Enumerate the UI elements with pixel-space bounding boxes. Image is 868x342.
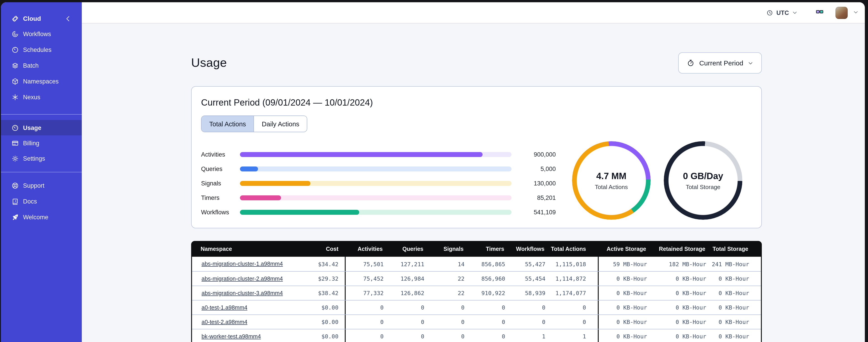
sidebar-item-support[interactable]: Support	[1, 178, 82, 194]
namespaces-icon	[11, 78, 19, 85]
bar-row-queries: Queries5,000	[201, 162, 558, 176]
table-cell: 126,984	[383, 275, 424, 282]
table-cell: 0	[505, 318, 546, 325]
table-row: a0-test-2.a98mm4$0.000000000 KB-Hour0 KB…	[192, 314, 761, 329]
table-cell: 0 KB-Hour	[706, 304, 763, 311]
bar-value: 130,000	[518, 180, 556, 186]
table-cell: 1	[505, 333, 546, 340]
chevron-down-icon	[792, 10, 798, 15]
screen: Cloud WorkflowsSchedulesBatchNamespacesN…	[0, 0, 868, 342]
sidebar-item-label: Settings	[23, 155, 45, 162]
user-menu-button[interactable]	[851, 7, 860, 19]
chevron-down-icon	[853, 8, 859, 17]
table-row: a0-test-1.a98mm4$0.000000000 KB-Hour0 KB…	[192, 300, 761, 314]
chevron-left-icon	[64, 15, 72, 22]
table-cell: 0	[546, 301, 599, 314]
namespace-link[interactable]: abs-migration-cluster-3.a98mm4	[202, 290, 283, 296]
sidebar-item-label: Workflows	[23, 31, 51, 37]
avatar[interactable]	[835, 6, 848, 19]
table-cell: 1,115,018	[546, 257, 599, 271]
workflows-icon	[11, 30, 19, 38]
book-icon	[11, 198, 19, 205]
table-cell: 75,452	[346, 275, 383, 282]
clock-icon	[767, 9, 773, 16]
table-cell: 0 KB-Hour	[647, 290, 706, 297]
table-header-row: NamespaceCostActivitiesQueriesSignalsTim…	[191, 241, 762, 257]
namespace-link[interactable]: abs-migration-cluster-1.a98mm4	[202, 261, 283, 267]
namespace-link[interactable]: a0-test-1.a98mm4	[202, 304, 247, 311]
sidebar-item-batch[interactable]: Batch	[1, 58, 82, 73]
sidebar-item-label: Usage	[23, 124, 41, 131]
timezone-label: UTC	[776, 9, 789, 16]
sidebar-item-namespaces[interactable]: Namespaces	[1, 73, 82, 89]
timezone-selector[interactable]: UTC	[763, 6, 801, 19]
schedules-icon	[11, 46, 19, 54]
table-cell: 1	[546, 329, 599, 342]
credit-card-icon	[11, 139, 19, 147]
table-row: bk-worker-test.a98mm4$0.000000110 KB-Hou…	[192, 329, 761, 342]
bar-track	[240, 181, 512, 186]
table-cell: 14	[424, 261, 465, 267]
table-cell: 0	[383, 304, 424, 311]
column-header-total-storage: Total Storage	[705, 246, 762, 252]
period-selector-label: Current Period	[699, 59, 743, 67]
glasses-icon	[815, 8, 824, 18]
table-cell: abs-migration-cluster-3.a98mm4	[192, 290, 287, 296]
table-cell: 0 KB-Hour	[647, 318, 706, 325]
table-cell: 75,501	[346, 261, 383, 267]
sidebar-item-billing[interactable]: Billing	[1, 135, 82, 151]
table-cell: 0	[424, 318, 465, 325]
table-cell: 0	[546, 315, 599, 329]
bar-row-signals: Signals130,000	[201, 176, 558, 191]
table-cell: 0 KB-Hour	[706, 275, 763, 282]
sidebar-item-label: Schedules	[23, 46, 52, 53]
sidebar-item-schedules[interactable]: Schedules	[1, 42, 82, 58]
table-cell: abs-migration-cluster-2.a98mm4	[192, 275, 287, 282]
table-cell: 0 KB-Hour	[706, 290, 763, 297]
sidebar-item-docs[interactable]: Docs	[1, 194, 82, 209]
bar-label: Workflows	[201, 209, 240, 215]
bar-value: 541,109	[518, 209, 556, 215]
sidebar-collapse-button[interactable]	[64, 15, 72, 22]
sidebar-item-usage[interactable]: Usage	[1, 120, 82, 135]
sidebar-item-nexus[interactable]: Nexus	[1, 89, 82, 105]
table-cell: 856,960	[465, 275, 505, 282]
table-cell: 0 KB-Hour	[599, 318, 647, 325]
page-title: Usage	[191, 56, 227, 70]
table-body: abs-migration-cluster-1.a98mm4$34.4275,5…	[191, 257, 762, 342]
column-header-total-actions: Total Actions	[545, 246, 598, 252]
table-cell: $0.00	[287, 301, 346, 314]
column-header-namespace: Namespace	[191, 246, 286, 252]
table-cell: 241 MB-Hour	[706, 261, 763, 267]
table-cell: 127,211	[383, 261, 424, 267]
period-selector-button[interactable]: Current Period	[678, 52, 762, 73]
labs-glasses-button[interactable]	[813, 6, 827, 20]
namespace-link[interactable]: a0-test-2.a98mm4	[202, 319, 247, 325]
bar-fill	[240, 152, 482, 157]
table-cell: 910,922	[465, 290, 505, 297]
sidebar-item-label: Batch	[23, 62, 39, 69]
sidebar-item-welcome[interactable]: Welcome	[1, 209, 82, 225]
namespace-link[interactable]: bk-worker-test.a98mm4	[202, 333, 261, 340]
gear-icon	[11, 155, 19, 162]
usage-card-title: Current Period (09/01/2024 — 10/01/2024)	[201, 98, 762, 108]
table-cell: 0	[346, 304, 383, 311]
life-buoy-icon	[11, 182, 19, 190]
column-header-workflows: Workflows	[504, 246, 545, 252]
table-cell: 1,174,077	[546, 286, 599, 300]
sidebar-item-settings[interactable]: Settings	[1, 151, 82, 166]
tab-total-actions[interactable]: Total Actions	[202, 116, 254, 132]
tab-daily-actions[interactable]: Daily Actions	[254, 116, 307, 132]
sidebar-item-label: Billing	[23, 140, 39, 146]
column-header-retained-storage: Retained Storage	[646, 246, 705, 252]
sidebar-item-label: Namespaces	[23, 78, 59, 85]
namespace-link[interactable]: abs-migration-cluster-2.a98mm4	[202, 275, 283, 282]
bar-fill	[240, 166, 258, 171]
table-cell: 0 KB-Hour	[599, 304, 647, 311]
bar-label: Timers	[201, 194, 240, 201]
sidebar-item-workflows[interactable]: Workflows	[1, 26, 82, 42]
table-cell: 126,862	[383, 290, 424, 297]
gauge-icon	[11, 124, 19, 132]
batch-icon	[11, 62, 19, 69]
column-header-queries: Queries	[383, 246, 423, 252]
